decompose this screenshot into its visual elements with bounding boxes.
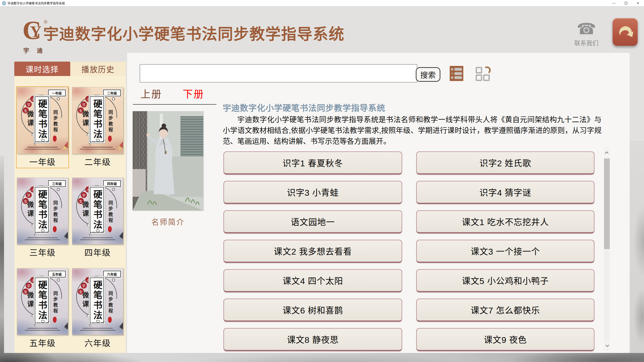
lesson-button[interactable]: 语文园地一 [223,210,402,233]
red-seal [53,317,57,323]
grade-card[interactable]: 二年级 小 学 生 微课 硬笔书法 同步教程 二年级 [72,87,123,168]
squiggle-decoration [88,139,105,147]
title-bar: 宇迪数字化小学硬笔书法同步教学指导系统 — ✕ [0,0,644,7]
publisher-line [80,330,115,331]
cover-microcourse-label: 微课 [25,292,35,309]
lesson-button[interactable]: 识字2 姓氏歌 [416,151,594,175]
scroll-down-button[interactable] [604,340,610,351]
red-dot-char: 学 [26,101,32,107]
lesson-grid: 识字1 春夏秋冬识字2 姓氏歌识字3 小青蛙识字4 猜字谜语文园地一课文1 吃水… [223,151,594,351]
ink-painting-right [630,141,644,353]
publisher-line [25,149,60,150]
book-cover: 四年级 小 学 生 微课 硬笔书法 同步教程 [72,178,123,245]
grade-badge: 一年级 [48,90,66,96]
lesson-button[interactable]: 课文9 夜色 [416,328,594,351]
logo-monogram: C Y ® [22,20,47,44]
lesson-button[interactable]: 识字4 猜字谜 [416,181,594,204]
red-seal [53,226,57,232]
cover-title-text: 硬笔书法 [35,190,48,230]
tab-volume-1[interactable]: 上册 [140,86,162,101]
ink-painting-left [0,156,4,355]
cover-title-banner: 硬笔书法 [90,277,104,323]
red-dot-char: 学 [26,192,32,198]
grade-card[interactable]: 六年级 小 学 生 微课 硬笔书法 同步教程 六年级 [72,268,123,349]
grade-grid: 一年级 小 学 生 微课 硬笔书法 同步教程 一年级 二年级 小 学 生 微课 [17,87,123,349]
cover-title-banner: 硬笔书法 [35,96,49,142]
cover-title-banner: 硬笔书法 [35,187,49,233]
back-button[interactable] [613,18,638,46]
tab-volume-2[interactable]: 下册 [183,86,204,101]
lesson-button[interactable]: 识字3 小青蛙 [223,181,402,204]
book-cover: 五年级 小 学 生 微课 硬笔书法 同步教程 [17,268,68,335]
lesson-button[interactable]: 课文4 四个太阳 [223,269,402,292]
cover-title-text: 硬笔书法 [90,99,103,139]
lesson-button[interactable]: 识字1 春夏秋冬 [223,151,402,175]
red-dot-char: 学 [26,283,32,289]
book-cover: 一年级 小 学 生 微课 硬笔书法 同步教程 [17,87,68,154]
teacher-photo[interactable] [133,111,203,211]
publisher-line [27,147,58,148]
cover-microcourse-label: 微课 [80,292,90,309]
book-cover: 三年级 小 学 生 微课 硬笔书法 同步教程 [17,178,68,245]
grade-label: 四年级 [72,246,123,258]
restore-button[interactable] [620,0,632,6]
cover-microcourse-label: 微课 [25,201,35,219]
tab-play-history[interactable]: 播放历史 [70,62,126,76]
book-cover: 六年级 小 学 生 微课 硬笔书法 同步教程 [72,268,123,335]
grid-view-icon[interactable] [476,67,491,81]
list-view-icon[interactable] [450,66,463,81]
grade-card[interactable]: 一年级 小 学 生 微课 硬笔书法 同步教程 一年级 [17,87,68,168]
publisher-line [83,328,113,329]
red-seal [53,136,57,142]
publisher-line [80,239,115,240]
lesson-button[interactable]: 课文1 吃水不忘挖井人 [416,210,594,233]
cover-sync-label: 同步教程 [107,291,113,314]
cover-microcourse-label: 微课 [25,110,35,128]
ink-painting-bottom [0,353,644,362]
teacher-caption[interactable]: 名师简介 [133,216,203,227]
pencil-icon [116,319,123,333]
window-controls: — ✕ [608,0,644,6]
scrollbar [604,147,610,351]
publisher-line [83,237,113,238]
search-input[interactable] [140,64,417,83]
scroll-up-button[interactable] [604,147,610,158]
grade-label: 三年级 [17,246,68,258]
red-dot-char: 学 [81,192,87,198]
lesson-button[interactable]: 课文5 小公鸡和小鸭子 [416,269,594,292]
search-button[interactable]: 搜索 [416,67,440,82]
publisher-line [27,237,58,238]
grade-badge: 二年级 [103,90,121,96]
publisher-line [25,239,60,240]
scrollbar-thumb[interactable] [604,158,610,249]
contact-us[interactable]: ☎ 联系我们 [571,20,601,47]
cover-title-banner: 硬笔书法 [90,187,104,233]
lesson-button[interactable]: 课文6 树和喜鹊 [223,299,402,322]
squiggle-decoration [88,229,105,238]
chevron-up-icon [605,151,608,155]
lesson-button[interactable]: 课文3 一个接一个 [416,240,594,263]
window-title: 宇迪数字化小学硬笔书法同步教学指导系统 [8,1,65,5]
publisher-line [83,147,113,148]
pencil-icon [61,138,68,152]
grade-card[interactable]: 三年级 小 学 生 微课 硬笔书法 同步教程 三年级 [17,178,68,258]
lesson-button[interactable]: 课文8 静夜思 [223,328,402,351]
grade-card[interactable]: 四年级 小 学 生 微课 硬笔书法 同步教程 四年级 [72,178,123,258]
brand-title: 宇迪数字化小学硬笔书法同步教学指导系统 [43,22,383,44]
lesson-button[interactable]: 课文2 我多想去看看 [223,240,402,263]
close-button[interactable]: ✕ [632,0,644,6]
logo-caption: 宇 迪 [18,46,51,54]
grade-card[interactable]: 五年级 小 学 生 微课 硬笔书法 同步教程 五年级 [17,268,68,349]
squiggle-decoration [33,139,50,147]
logo-letter-y: Y [30,24,42,40]
grade-label: 六年级 [72,337,123,349]
cover-sync-label: 同步教程 [52,200,58,224]
tab-lesson-select[interactable]: 课时选择 [14,62,70,76]
cover-sync-label: 同步教程 [107,200,113,224]
lesson-button[interactable]: 课文7 怎么都快乐 [416,299,594,322]
red-seal [108,226,112,232]
red-seal [108,317,112,323]
back-arrow-icon [617,25,634,39]
minimize-button[interactable]: — [608,0,620,6]
red-dot-char: 学 [81,101,87,107]
